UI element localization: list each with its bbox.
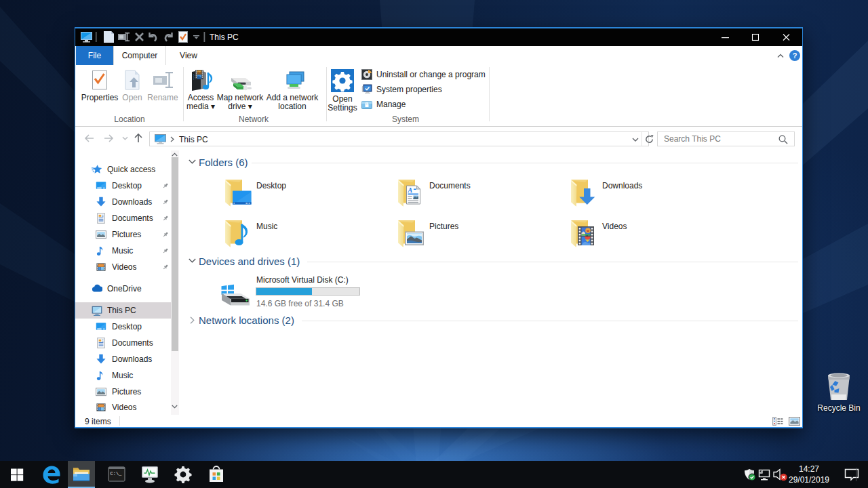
svg-text:C:\_: C:\_ bbox=[111, 471, 123, 476]
svg-text:A: A bbox=[408, 186, 413, 194]
svg-text:?: ? bbox=[793, 52, 797, 60]
